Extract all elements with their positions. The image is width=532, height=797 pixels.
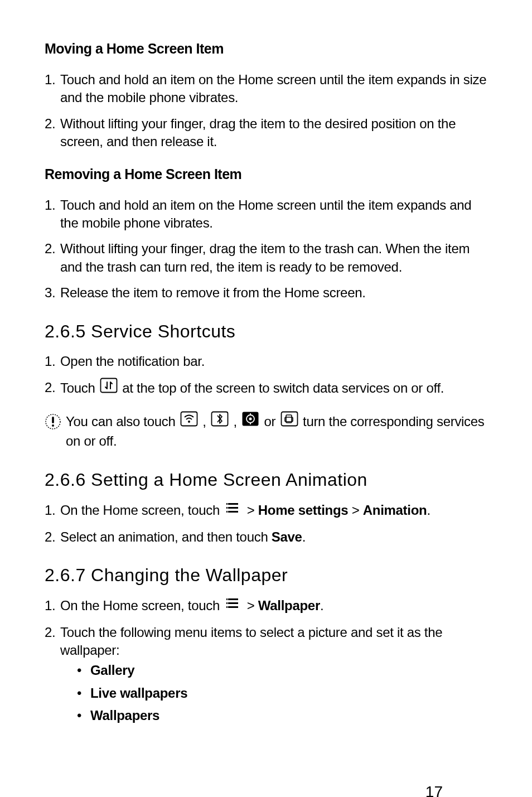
list-item: Open the notification bar. bbox=[60, 352, 487, 370]
svg-rect-24 bbox=[226, 602, 228, 604]
svg-rect-16 bbox=[226, 503, 228, 505]
svg-rect-12 bbox=[281, 412, 297, 426]
data-toggle-icon bbox=[100, 378, 118, 398]
text: On the Home screen, touch bbox=[60, 503, 223, 518]
svg-rect-21 bbox=[228, 598, 238, 600]
bold-text: Wallpaper bbox=[258, 598, 320, 613]
list-item: Touch at the top of the screen to switch… bbox=[60, 379, 487, 399]
text: at the top of the screen to switch data … bbox=[122, 380, 444, 395]
text: You can also touch bbox=[66, 414, 179, 429]
text: > bbox=[247, 598, 258, 613]
text: > bbox=[348, 503, 362, 518]
bluetooth-icon bbox=[211, 411, 229, 431]
text: or bbox=[264, 414, 279, 429]
list-item: Live wallpapers bbox=[77, 684, 487, 702]
list-item: Gallery bbox=[77, 661, 487, 679]
heading-service-shortcuts: 2.6.5 Service Shortcuts bbox=[45, 319, 487, 344]
bold-text: Home settings bbox=[258, 503, 348, 518]
svg-rect-17 bbox=[228, 507, 238, 509]
text: > bbox=[247, 503, 258, 518]
svg-rect-0 bbox=[100, 378, 117, 392]
svg-point-3 bbox=[52, 424, 54, 427]
bold-text: Save bbox=[272, 529, 302, 544]
heading-moving: Moving a Home Screen Item bbox=[45, 39, 487, 59]
list-animation: On the Home screen, touch > Home setting… bbox=[45, 501, 487, 546]
heading-removing: Removing a Home Screen Item bbox=[45, 165, 487, 184]
note-row: You can also touch , , bbox=[45, 412, 487, 451]
rotate-icon bbox=[280, 411, 298, 431]
list-item: Wallpapers bbox=[77, 707, 487, 724]
svg-point-9 bbox=[249, 418, 252, 421]
text: . bbox=[302, 529, 306, 544]
list-item: Without lifting your finger, drag the it… bbox=[60, 240, 487, 276]
svg-rect-2 bbox=[52, 417, 54, 423]
svg-rect-4 bbox=[181, 412, 197, 426]
list-service: Open the notification bar. Touch at the … bbox=[45, 352, 487, 399]
bullet-list: Gallery Live wallpapers Wallpapers bbox=[60, 661, 487, 724]
svg-rect-22 bbox=[226, 598, 228, 600]
text: On the Home screen, touch bbox=[60, 598, 223, 613]
svg-point-5 bbox=[188, 421, 190, 423]
list-item: Select an animation, and then touch Save… bbox=[60, 528, 487, 546]
list-item: Touch and hold an item on the Home scree… bbox=[60, 196, 487, 233]
svg-rect-23 bbox=[228, 602, 238, 604]
text: Touch bbox=[60, 380, 99, 395]
list-item: On the Home screen, touch > Wallpaper. bbox=[60, 597, 487, 616]
menu-icon bbox=[225, 596, 241, 614]
text: Select an animation, and then touch bbox=[60, 529, 272, 544]
list-wallpaper: On the Home screen, touch > Wallpaper. T… bbox=[45, 597, 487, 725]
attention-icon bbox=[45, 413, 61, 430]
text: Touch the following menu items to select… bbox=[60, 625, 442, 658]
svg-rect-18 bbox=[226, 507, 228, 509]
svg-rect-26 bbox=[226, 606, 228, 608]
text: . bbox=[427, 503, 430, 518]
svg-rect-19 bbox=[228, 511, 238, 513]
svg-rect-25 bbox=[228, 606, 238, 608]
list-removing: Touch and hold an item on the Home scree… bbox=[45, 196, 487, 302]
list-item: Touch and hold an item on the Home scree… bbox=[60, 71, 487, 107]
note-text: You can also touch , , bbox=[66, 412, 487, 451]
list-item: Release the item to remove it from the H… bbox=[60, 284, 487, 302]
list-item: On the Home screen, touch > Home setting… bbox=[60, 501, 487, 520]
gps-icon bbox=[241, 411, 259, 431]
bold-text: Animation bbox=[363, 503, 427, 518]
list-item: Touch the following menu items to select… bbox=[60, 624, 487, 725]
heading-animation: 2.6.6 Setting a Home Screen Animation bbox=[45, 467, 487, 492]
svg-rect-20 bbox=[226, 511, 228, 513]
text: , bbox=[202, 414, 210, 429]
heading-wallpaper: 2.6.7 Changing the Wallpaper bbox=[45, 563, 487, 588]
page-number: 17 bbox=[425, 781, 443, 797]
text: . bbox=[320, 598, 323, 613]
list-moving: Touch and hold an item on the Home scree… bbox=[45, 71, 487, 151]
wifi-icon bbox=[180, 411, 198, 431]
text: , bbox=[233, 414, 240, 429]
svg-rect-15 bbox=[228, 503, 238, 505]
list-item: Without lifting your finger, drag the it… bbox=[60, 115, 487, 151]
menu-icon bbox=[225, 501, 241, 519]
